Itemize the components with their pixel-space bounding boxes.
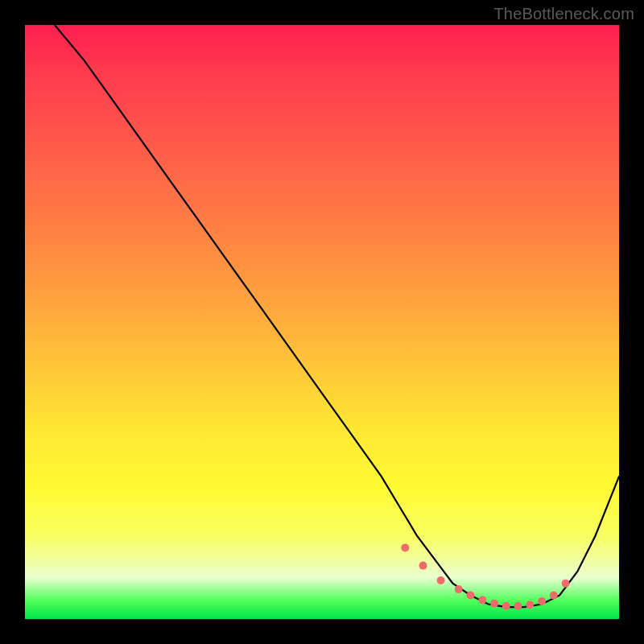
chart-frame: TheBottleneck.com — [0, 0, 644, 644]
optimal-marker — [467, 592, 475, 600]
optimal-marker — [502, 602, 510, 610]
optimal-marker — [455, 585, 463, 593]
optimal-marker — [562, 580, 570, 588]
chart-svg — [25, 25, 619, 619]
optimal-marker — [550, 592, 558, 600]
optimal-marker — [514, 602, 522, 610]
optimal-marker — [478, 596, 486, 604]
optimal-markers-group — [401, 543, 569, 609]
plot-area — [25, 25, 619, 619]
optimal-marker — [526, 601, 534, 609]
optimal-marker — [419, 562, 427, 570]
bottleneck-curve — [55, 25, 619, 607]
optimal-marker — [437, 576, 445, 584]
watermark-text: TheBottleneck.com — [493, 5, 634, 23]
optimal-marker — [401, 543, 409, 551]
optimal-marker — [490, 600, 498, 608]
optimal-marker — [538, 597, 546, 605]
